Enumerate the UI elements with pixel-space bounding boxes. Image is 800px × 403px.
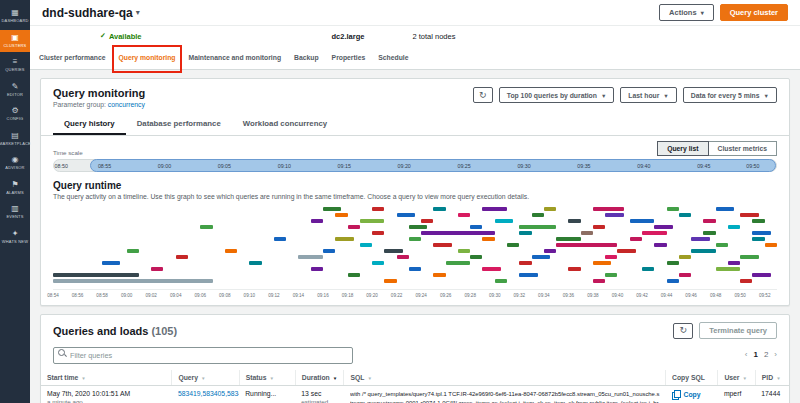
query-runtime-bar[interactable] [716,207,734,211]
query-runtime-bar[interactable] [556,237,581,241]
query-runtime-bar[interactable] [151,267,163,271]
query-runtime-bar[interactable] [716,267,741,271]
column-header-user[interactable]: User▼ [718,370,755,386]
query-runtime-bar[interactable] [544,249,556,253]
sidebar-item-dashboard[interactable]: ▦DASHBOARD [0,5,30,28]
query-runtime-bar[interactable] [642,231,667,235]
query-runtime-bar[interactable] [446,261,471,265]
query-runtime-bar[interactable] [667,261,679,265]
query-runtime-bar[interactable] [311,219,323,223]
query-runtime-bar[interactable] [482,267,500,271]
query-runtime-bar[interactable] [667,207,679,211]
query-runtime-bar[interactable] [409,237,421,241]
tab-backup[interactable]: Backup [294,46,319,70]
chevron-right-icon[interactable]: › [774,350,777,359]
query-runtime-bar[interactable] [544,207,556,211]
column-header-query[interactable]: Query▼ [172,370,239,386]
time-brush-selection[interactable] [90,159,776,172]
query-runtime-bar[interactable] [495,219,513,223]
query-runtime-bar[interactable] [433,273,445,277]
query-runtime-bar[interactable] [752,219,764,223]
query-runtime-bar[interactable] [654,225,672,229]
query-runtime-bar[interactable] [679,273,691,277]
subtab-workload-concurrency[interactable]: Workload concurrency [232,114,338,135]
query-runtime-bar[interactable] [323,249,335,253]
query-runtime-bar[interactable] [384,279,396,283]
column-header-start-time[interactable]: Start time▼ [41,370,172,386]
query-runtime-bar[interactable] [348,273,360,277]
query-runtime-bar[interactable] [372,207,384,211]
query-runtime-bar[interactable] [335,237,353,241]
query-runtime-bar[interactable] [519,261,531,265]
column-header-duration[interactable]: Duration▼ [295,370,344,386]
query-runtime-bar[interactable] [409,267,421,271]
query-runtime-bar[interactable] [458,213,470,217]
query-runtime-bar[interactable] [372,231,384,235]
query-runtime-bar[interactable] [409,225,427,229]
query-runtime-bar[interactable] [433,243,451,247]
column-header-sql[interactable]: SQL▼ [344,370,666,386]
time-range-dropdown[interactable]: Last hour▼ [620,87,676,103]
sidebar-item-queries[interactable]: ≡QUERIES [0,54,30,77]
query-runtime-bar[interactable] [740,255,758,259]
query-runtime-bar[interactable] [703,231,715,235]
query-runtime-bar[interactable] [519,225,556,229]
query-runtime-bar[interactable] [532,213,544,217]
sidebar-item-whats-new[interactable]: ✦WHATS NEW [0,226,30,249]
query-runtime-bar[interactable] [519,273,537,277]
filter-queries-input[interactable] [53,347,353,364]
query-runtime-bar[interactable] [249,261,261,265]
sidebar-item-config[interactable]: ⚙CONFIG [0,103,30,126]
column-header-status[interactable]: Status▼ [239,370,295,386]
query-runtime-bar[interactable] [298,255,323,259]
query-runtime-bar[interactable] [593,207,624,211]
query-runtime-bar[interactable] [568,267,580,271]
query-runtime-bar[interactable] [127,249,139,253]
query-runtime-bar[interactable] [605,255,617,259]
query-runtime-bar[interactable] [360,243,372,247]
query-runtime-bar[interactable] [421,231,495,235]
query-runtime-bar[interactable] [470,255,482,259]
query-runtime-bar[interactable] [691,237,709,241]
caret-down-icon[interactable]: ▾ [136,8,140,17]
page-1-button[interactable]: 1 [753,350,757,359]
query-runtime-bar[interactable] [360,219,385,223]
query-runtime-bar[interactable] [200,225,212,229]
query-runtime-bar[interactable] [311,267,323,271]
query-runtime-bar[interactable] [568,219,580,223]
parameter-group-link[interactable]: concurrency [108,101,145,108]
query-runtime-bar[interactable] [752,237,764,241]
query-runtime-bar[interactable] [348,225,360,229]
query-runtime-bar[interactable] [752,273,770,277]
page-2-button[interactable]: 2 [764,350,768,359]
query-runtime-bar[interactable] [703,219,715,223]
query-runtime-bar[interactable] [740,279,752,283]
query-cluster-button[interactable]: Query cluster [720,4,788,21]
query-runtime-bar[interactable] [519,231,531,235]
tab-cluster-performance[interactable]: Cluster performance [39,46,105,70]
query-runtime-bar[interactable] [433,207,445,211]
query-runtime-bar[interactable] [176,255,188,259]
data-interval-dropdown[interactable]: Data for every 5 mins▼ [683,87,777,103]
actions-button[interactable]: Actions▾ [659,4,714,21]
query-runtime-bar[interactable] [667,279,679,283]
query-runtime-bar[interactable] [581,231,593,235]
query-runtime-bar[interactable] [593,279,605,283]
query-runtime-bar[interactable] [225,249,237,253]
refresh-button[interactable]: ↻ [473,87,493,103]
query-runtime-bar[interactable] [335,213,347,217]
query-runtime-bar[interactable] [556,243,617,247]
query-runtime-bar[interactable] [752,231,770,235]
query-runtime-bar[interactable] [421,219,433,223]
query-list-toggle[interactable]: Query list [657,141,708,156]
sidebar-item-events[interactable]: ▥EVENTS [0,201,30,224]
query-runtime-bar[interactable] [740,213,758,217]
query-runtime-bar[interactable] [53,273,139,277]
query-runtime-bar[interactable] [102,261,120,265]
query-runtime-bar[interactable] [605,273,617,277]
query-runtime-bar[interactable] [482,207,507,211]
query-runtime-bar[interactable] [495,279,507,283]
refresh-queries-button[interactable]: ↻ [673,323,693,339]
tab-maintenance-and-monitoring[interactable]: Maintenance and monitoring [189,46,282,70]
query-runtime-bar[interactable] [274,237,286,241]
